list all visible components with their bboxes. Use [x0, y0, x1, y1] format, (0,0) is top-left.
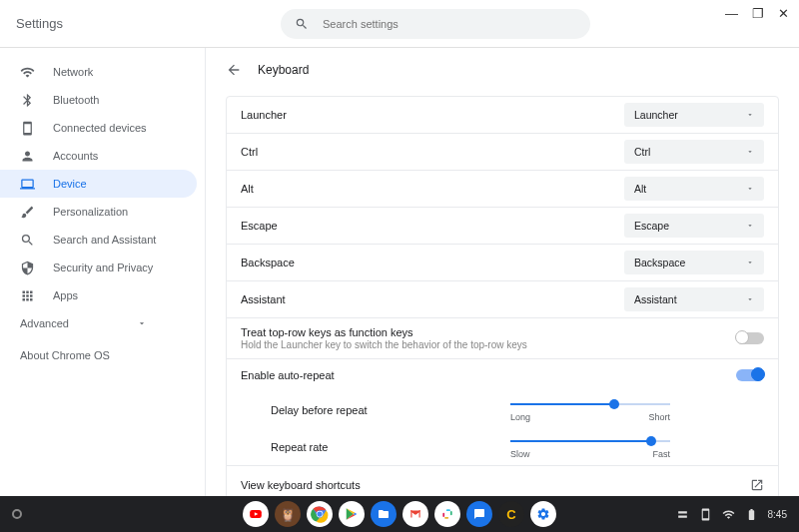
keymap-row-backspace: Backspace Backspace: [227, 245, 778, 281]
app-slack[interactable]: [434, 501, 460, 527]
shield-icon: [20, 261, 35, 275]
window-close[interactable]: ✕: [778, 6, 789, 21]
keymap-label: Alt: [241, 183, 254, 195]
sidebar-item-network[interactable]: Network: [0, 58, 197, 86]
keymap-label: Assistant: [241, 293, 286, 305]
svg-rect-6: [450, 511, 452, 515]
app-youtube[interactable]: [243, 501, 269, 527]
sidebar-item-label: Network: [53, 66, 93, 78]
chevron-down-icon: [746, 259, 754, 266]
sidebar-item-label: Personalization: [53, 206, 128, 218]
svg-point-3: [317, 511, 322, 516]
tray-wifi-icon[interactable]: [722, 508, 735, 521]
back-arrow-icon[interactable]: [226, 62, 242, 78]
sidebar-item-label: Security and Privacy: [53, 262, 153, 273]
auto-repeat-toggle[interactable]: [736, 369, 764, 381]
launcher-dropdown[interactable]: Launcher: [624, 103, 764, 127]
backspace-dropdown[interactable]: Backspace: [624, 251, 764, 274]
svg-rect-7: [444, 517, 448, 519]
external-link-icon: [750, 478, 764, 492]
keymap-row-launcher: Launcher Launcher: [227, 97, 778, 134]
sidebar-item-label: Search and Assistant: [53, 234, 156, 246]
alt-dropdown[interactable]: Alt: [624, 177, 764, 201]
app-play-store[interactable]: [339, 501, 365, 527]
shelf: 🦉 C 8:45: [0, 496, 799, 532]
sidebar-item-label: Bluetooth: [53, 94, 99, 106]
sidebar-item-label: Apps: [53, 289, 78, 301]
sidebar-item-device[interactable]: Device: [0, 170, 197, 198]
keymap-label: Launcher: [241, 109, 287, 121]
header: Settings: [0, 0, 799, 48]
sidebar-item-label: Connected devices: [53, 122, 147, 134]
keymap-label: Backspace: [241, 257, 295, 268]
bluetooth-icon: [20, 93, 35, 108]
sidebar-item-connected-devices[interactable]: Connected devices: [0, 114, 197, 142]
laptop-icon: [20, 177, 35, 192]
search-box[interactable]: [281, 9, 590, 39]
rate-slider[interactable]: [510, 434, 670, 448]
svg-rect-4: [442, 513, 444, 517]
chevron-down-icon: [746, 295, 754, 303]
page-title: Keyboard: [258, 63, 309, 77]
window-maximize[interactable]: ❐: [752, 6, 764, 21]
tray-phone-icon[interactable]: [699, 508, 712, 521]
auto-repeat-title: Enable auto-repeat: [241, 369, 335, 381]
rate-label: Repeat rate: [271, 441, 510, 453]
delay-slider[interactable]: [510, 397, 670, 411]
sidebar: Network Bluetooth Connected devices Acco…: [0, 48, 205, 496]
apps-icon: [20, 288, 35, 303]
app-gmail[interactable]: [402, 501, 428, 527]
sidebar-item-search-assistant[interactable]: Search and Assistant: [0, 226, 197, 254]
app-icon[interactable]: C: [498, 501, 524, 527]
app-files[interactable]: [371, 501, 397, 527]
function-keys-toggle[interactable]: [736, 332, 764, 344]
sidebar-item-security[interactable]: Security and Privacy: [0, 254, 197, 281]
chevron-down-icon: [746, 185, 754, 193]
search-input[interactable]: [323, 18, 576, 30]
keymap-label: Escape: [241, 220, 278, 232]
sidebar-item-label: Accounts: [53, 150, 98, 162]
person-icon: [20, 149, 35, 164]
chevron-down-icon: [746, 148, 754, 156]
app-icon[interactable]: 🦉: [275, 501, 301, 527]
app-messages[interactable]: [466, 501, 492, 527]
app-settings[interactable]: [530, 501, 556, 527]
assistant-dropdown[interactable]: Assistant: [624, 287, 764, 311]
tray-clock[interactable]: 8:45: [768, 509, 787, 520]
app-chrome[interactable]: [307, 501, 333, 527]
tray-overview-icon[interactable]: [676, 508, 689, 521]
app-title: Settings: [16, 16, 236, 31]
shortcuts-link[interactable]: View keyboard shortcuts: [227, 466, 778, 496]
chevron-down-icon: [137, 318, 147, 328]
function-keys-row: Treat top-row keys as function keys Hold…: [227, 318, 778, 359]
advanced-toggle[interactable]: Advanced: [0, 309, 197, 337]
escape-dropdown[interactable]: Escape: [624, 214, 764, 238]
keymap-row-escape: Escape Escape: [227, 208, 778, 245]
sidebar-item-accounts[interactable]: Accounts: [0, 142, 197, 170]
keymap-row-ctrl: Ctrl Ctrl: [227, 134, 778, 171]
wifi-icon: [20, 65, 35, 80]
ctrl-dropdown[interactable]: Ctrl: [624, 140, 764, 164]
brush-icon: [20, 205, 35, 220]
phone-icon: [20, 121, 35, 136]
function-keys-sub: Hold the Launcher key to switch the beha…: [241, 339, 527, 350]
tray-battery-icon[interactable]: [745, 508, 758, 521]
launcher-button[interactable]: [12, 509, 22, 519]
delay-label: Delay before repeat: [271, 404, 510, 416]
keymap-row-alt: Alt Alt: [227, 171, 778, 208]
window-minimize[interactable]: —: [725, 6, 738, 21]
about-link[interactable]: About Chrome OS: [0, 337, 197, 373]
advanced-label: Advanced: [20, 317, 69, 329]
search-icon: [20, 233, 35, 248]
chevron-down-icon: [746, 111, 754, 119]
shortcuts-label: View keyboard shortcuts: [241, 479, 361, 491]
svg-rect-5: [446, 509, 450, 511]
chevron-down-icon: [746, 222, 754, 230]
keymap-row-assistant: Assistant Assistant: [227, 281, 778, 318]
sidebar-item-apps[interactable]: Apps: [0, 281, 197, 309]
search-icon: [295, 17, 309, 31]
keymap-label: Ctrl: [241, 146, 258, 158]
function-keys-title: Treat top-row keys as function keys: [241, 326, 527, 338]
sidebar-item-personalization[interactable]: Personalization: [0, 198, 197, 226]
sidebar-item-bluetooth[interactable]: Bluetooth: [0, 86, 197, 114]
